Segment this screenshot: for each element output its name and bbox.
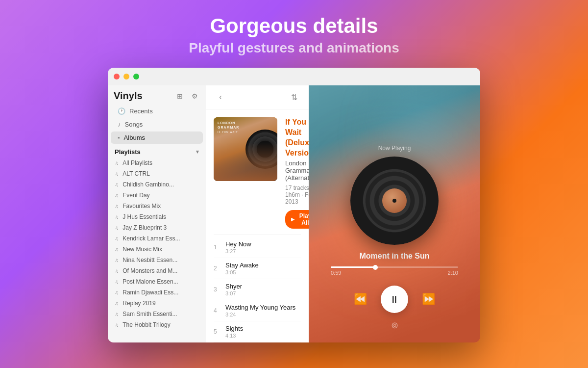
playlist-icon: ♫ — [115, 160, 119, 166]
track-divider — [214, 235, 301, 235]
track-info: Hey Now 3:27 — [225, 240, 301, 254]
sidebar-settings-icon[interactable]: ⚙ — [189, 91, 200, 102]
sidebar-item-albums[interactable]: ▪ Albums — [111, 131, 203, 144]
playlist-icon: ♫ — [115, 236, 119, 241]
album-meta: 17 tracks · 1h6m · Feb 2013 — [285, 184, 309, 205]
album-info: If You Wait (Deluxe Version) London Gram… — [285, 117, 309, 229]
playlist-item-hobbit[interactable]: ♫ The Hobbit Trilogy — [108, 319, 206, 330]
traffic-light-fullscreen[interactable] — [133, 74, 139, 79]
np-time-row: 0:59 2:10 — [331, 270, 458, 276]
playlists-section-header[interactable]: Playlists ▾ — [108, 144, 206, 158]
albums-icon: ▪ — [118, 134, 120, 141]
sidebar-layout-icon[interactable]: ⊞ — [174, 91, 185, 102]
playlist-icon: ♫ — [115, 192, 119, 198]
traffic-light-close[interactable] — [114, 74, 120, 79]
playlist-icon: ♫ — [115, 268, 119, 274]
playlist-item-samsmith[interactable]: ♫ Sam Smith Essenti... — [108, 309, 206, 319]
title-bar — [108, 68, 480, 85]
chevron-down-icon: ▾ — [196, 149, 199, 155]
now-playing-panel: Now Playing Moment in the Sun 0:59 — [309, 85, 480, 342]
playlist-icon: ♫ — [115, 214, 119, 220]
playlist-icon: ♫ — [115, 311, 119, 317]
playlist-item-replay[interactable]: ♫ Replay 2019 — [108, 298, 206, 309]
vinyl-center-dot — [392, 199, 396, 203]
track-info: Stay Awake 3:05 — [225, 262, 301, 275]
sidebar-item-songs[interactable]: ♪ Songs — [111, 118, 203, 131]
playlist-item-jayz[interactable]: ♫ Jay Z Blueprint 3 — [108, 222, 206, 233]
playlist-icon: ♫ — [115, 279, 119, 285]
playlist-icon: ♫ — [115, 225, 119, 231]
playlist-item-jhus[interactable]: ♫ J Hus Essentials — [108, 211, 206, 222]
track-list: 1 Hey Now 3:27 2 Stay Awake 3:05 3 — [206, 235, 309, 342]
np-content: Now Playing Moment in the Sun 0:59 — [309, 145, 480, 331]
np-track-title: Moment in the Sun — [359, 252, 429, 261]
playlist-item-nina[interactable]: ♫ Nina Nesbitt Essen... — [108, 255, 206, 265]
np-current-time: 0:59 — [331, 270, 341, 276]
playlist-item-ramin[interactable]: ♫ Ramin Djawadi Ess... — [108, 287, 206, 298]
playlist-icon: ♫ — [115, 246, 119, 252]
track-info: Shyer 3:07 — [225, 283, 301, 296]
track-row[interactable]: 4 Wasting My Young Years 3:24 — [214, 300, 301, 321]
playlist-item-ofmonsters[interactable]: ♫ Of Monsters and M... — [108, 265, 206, 276]
album-artist: London Grammar (Alternative) — [285, 159, 309, 182]
sidebar: Vinyls ⊞ ⚙ 🕐 Recents ♪ Songs ▪ Albums Pl… — [108, 85, 206, 342]
next-button[interactable]: ⏩ — [422, 293, 435, 306]
track-row[interactable]: 2 Stay Awake 3:05 — [214, 258, 301, 279]
playlist-icon: ♫ — [115, 300, 119, 306]
now-playing-label: Now Playing — [378, 145, 411, 152]
album-artwork: LONDON GRAMMAR IF YOU WAIT — [214, 117, 277, 181]
playlist-icon: ♫ — [115, 171, 119, 177]
page-title: Gorgeous details — [189, 15, 399, 37]
playlist-item-eventday[interactable]: ♫ Event Day — [108, 190, 206, 201]
back-button[interactable]: ‹ — [214, 90, 227, 104]
track-row[interactable]: 3 Shyer 3:07 — [214, 279, 301, 300]
album-header: LONDON GRAMMAR IF YOU WAIT If You Wait (… — [206, 109, 309, 235]
traffic-light-minimize[interactable] — [123, 74, 129, 79]
np-progress-fill — [331, 266, 375, 268]
track-info: Sights 4:13 — [225, 325, 301, 339]
track-info: Wasting My Young Years 3:24 — [225, 304, 301, 317]
album-title: If You Wait (Deluxe Version) — [285, 117, 309, 158]
np-controls: ⏪ ⏸ ⏩ — [354, 286, 435, 313]
previous-button[interactable]: ⏪ — [354, 293, 367, 306]
album-figures — [214, 143, 277, 181]
play-all-button[interactable]: Play All — [285, 210, 309, 229]
recents-icon: 🕐 — [118, 107, 125, 115]
track-row[interactable]: 5 Sights 4:13 — [214, 321, 301, 342]
page-subtitle: Playful gestures and animations — [189, 40, 399, 56]
np-progress-container[interactable]: 0:59 2:10 — [331, 266, 458, 276]
playlist-item-kendrick[interactable]: ♫ Kendrick Lamar Ess... — [108, 233, 206, 244]
sidebar-top: Vinyls ⊞ ⚙ — [108, 85, 206, 105]
sidebar-item-recents[interactable]: 🕐 Recents — [111, 105, 203, 117]
np-progress-bar[interactable] — [331, 266, 458, 268]
playlist-item-all[interactable]: ♫ All Playlists — [108, 158, 206, 168]
vinyl-record — [350, 157, 439, 245]
playlist-icon: ♫ — [115, 203, 119, 209]
np-progress-dot — [373, 265, 378, 270]
playlist-item-newmusic[interactable]: ♫ New Music Mix — [108, 244, 206, 255]
album-artwork-text: LONDON GRAMMAR IF YOU WAIT — [218, 121, 239, 133]
sidebar-toolbar: ⊞ ⚙ — [174, 91, 200, 102]
songs-icon: ♪ — [118, 121, 121, 128]
sort-button[interactable]: ⇅ — [287, 90, 301, 104]
np-total-time: 2:10 — [448, 270, 458, 276]
playlist-item-altctrl[interactable]: ♫ ALT CTRL — [108, 168, 206, 179]
vinyl-center — [382, 188, 407, 213]
playlist-item-favourites[interactable]: ♫ Favourites Mix — [108, 201, 206, 211]
main-content: ‹ ⇅ LONDON GRAMMAR IF YOU WAIT If You Wa… — [206, 85, 309, 342]
pause-button[interactable]: ⏸ — [381, 286, 408, 313]
track-row[interactable]: 1 Hey Now 3:27 — [214, 237, 301, 258]
playlist-icon: ♫ — [115, 257, 119, 263]
playlist-item-postmalone[interactable]: ♫ Post Malone Essen... — [108, 276, 206, 287]
app-body: Vinyls ⊞ ⚙ 🕐 Recents ♪ Songs ▪ Albums Pl… — [108, 85, 480, 342]
app-title: Vinyls — [114, 90, 143, 102]
playlist-icon: ♫ — [115, 322, 119, 328]
main-header: ‹ ⇅ — [206, 85, 309, 109]
airplay-button[interactable]: ⊚ — [391, 320, 398, 331]
playlist-icon: ♫ — [115, 182, 119, 187]
playlist-icon: ♫ — [115, 289, 119, 295]
playlist-item-childish[interactable]: ♫ Childish Gambino... — [108, 179, 206, 190]
app-window: Vinyls ⊞ ⚙ 🕐 Recents ♪ Songs ▪ Albums Pl… — [108, 68, 480, 342]
